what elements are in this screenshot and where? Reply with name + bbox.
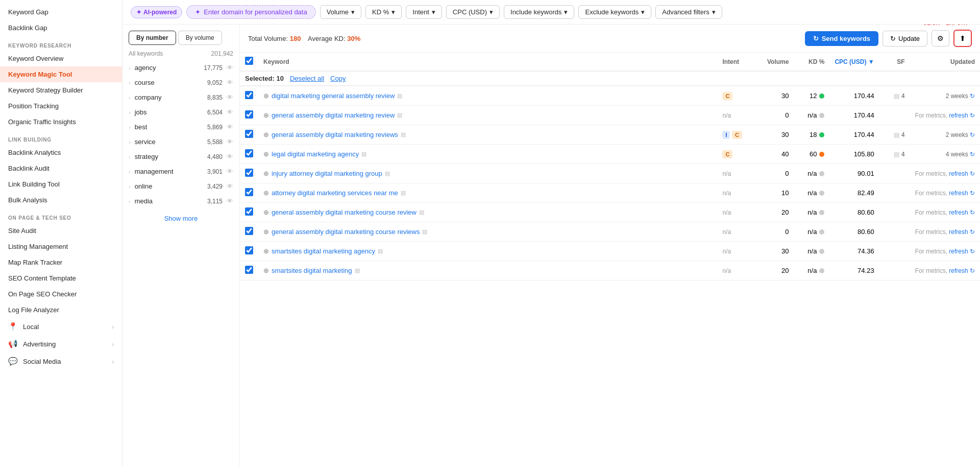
include-keywords-filter[interactable]: Include keywords ▾ — [504, 5, 574, 19]
refresh-link[interactable]: refresh — [949, 209, 968, 216]
sidebar-item-position-tracking[interactable]: Position Tracking — [0, 98, 122, 114]
sidebar-item-backlink-audit[interactable]: Backlink Audit — [0, 160, 122, 176]
select-all-checkbox[interactable] — [245, 57, 253, 65]
left-panel-item[interactable]: › strategy 4,480 👁 — [122, 149, 239, 164]
left-panel-item[interactable]: › agency 17,775 👁 — [122, 60, 239, 75]
cpc-filter[interactable]: CPC (USD) ▾ — [446, 5, 500, 19]
sidebar-item-keyword-overview[interactable]: Keyword Overview — [0, 51, 122, 66]
row-checkbox[interactable] — [245, 246, 253, 254]
left-panel-item[interactable]: › media 3,115 👁 — [122, 194, 239, 208]
kd-filter[interactable]: KD % ▾ — [365, 5, 402, 19]
refresh-icon[interactable]: ↻ — [970, 151, 975, 158]
keyword-link[interactable]: ⊕injury attorney digital marketing group… — [263, 170, 712, 177]
sidebar-item-map-rank-tracker[interactable]: Map Rank Tracker — [0, 254, 122, 270]
settings-button[interactable]: ⚙ — [932, 30, 949, 46]
refresh-icon[interactable]: ↻ — [970, 131, 975, 138]
left-panel-item[interactable]: › service 5,588 👁 — [122, 134, 239, 149]
keyword-link[interactable]: ⊕general assembly digital marketing revi… — [263, 131, 712, 138]
row-checkbox[interactable] — [245, 91, 253, 99]
refresh-link[interactable]: refresh — [949, 112, 968, 119]
keyword-link[interactable]: ⊕general assembly digital marketing revi… — [263, 111, 712, 119]
row-checkbox[interactable] — [245, 169, 253, 177]
tab-by-number[interactable]: By number — [129, 31, 176, 45]
copy-link[interactable]: Copy — [330, 75, 346, 82]
left-panel-item[interactable]: › company 8,835 👁 — [122, 90, 239, 105]
row-checkbox[interactable] — [245, 266, 253, 274]
keyword-link[interactable]: ⊕attorney digital marketing services nea… — [263, 189, 712, 197]
sidebar-group-social-media[interactable]: 💬 Social Media › — [0, 353, 122, 370]
row-checkbox[interactable] — [245, 188, 253, 196]
keyword-link[interactable]: ⊕general assembly digital marketing cour… — [263, 228, 712, 236]
ai-powered-badge[interactable]: ✦ AI-powered — [131, 6, 182, 18]
refresh-icon[interactable]: ↻ — [970, 228, 975, 236]
sidebar-group-local[interactable]: 📍 Local › — [0, 318, 122, 335]
refresh-link[interactable]: refresh — [949, 170, 968, 177]
sidebar-item-site-audit[interactable]: Site Audit — [0, 223, 122, 239]
refresh-icon[interactable]: ↻ — [970, 248, 975, 255]
sidebar-item-link-building-tool[interactable]: Link Building Tool — [0, 176, 122, 192]
row-checkbox[interactable] — [245, 110, 253, 119]
keyword-link[interactable]: ⊕smartsites digital marketing ▤ — [263, 267, 712, 274]
intent-badge: n/a — [722, 248, 731, 255]
advanced-filters-button[interactable]: Advanced filters ▾ — [655, 5, 722, 19]
eye-icon[interactable]: 👁 — [227, 64, 233, 72]
show-more-button[interactable]: Show more — [122, 208, 239, 228]
exclude-keywords-filter[interactable]: Exclude keywords ▾ — [578, 5, 651, 19]
eye-icon[interactable]: 👁 — [227, 123, 233, 131]
row-checkbox[interactable] — [245, 207, 253, 216]
refresh-link[interactable]: refresh — [949, 228, 968, 236]
refresh-link[interactable]: refresh — [949, 190, 968, 197]
eye-icon[interactable]: 👁 — [227, 79, 233, 86]
sidebar-item-seo-content-template[interactable]: SEO Content Template — [0, 270, 122, 286]
row-checkbox[interactable] — [245, 130, 253, 138]
left-panel-item[interactable]: › course 9,052 👁 — [122, 75, 239, 90]
tab-by-volume[interactable]: By volume — [178, 31, 222, 45]
left-panel-item[interactable]: › management 3,901 👁 — [122, 164, 239, 179]
sidebar-item-on-page-seo-checker[interactable]: On Page SEO Checker — [0, 286, 122, 302]
deselect-all-link[interactable]: Deselect all — [290, 75, 324, 82]
refresh-icon[interactable]: ↻ — [970, 267, 975, 274]
sidebar-group-advertising[interactable]: 📢 Advertising › — [0, 335, 122, 353]
keyword-link[interactable]: ⊕digital marketing general assembly revi… — [263, 92, 712, 100]
th-intent: Intent — [717, 53, 758, 71]
eye-icon[interactable]: 👁 — [227, 168, 233, 175]
row-checkbox[interactable] — [245, 149, 253, 157]
refresh-icon[interactable]: ↻ — [970, 209, 975, 216]
sidebar-item-keyword-magic-tool[interactable]: Keyword Magic Tool — [0, 66, 122, 82]
sidebar-item-keyword-gap[interactable]: Keyword Gap — [0, 4, 122, 20]
sidebar-item-organic-traffic-insights[interactable]: Organic Traffic Insights — [0, 114, 122, 130]
sidebar-item-log-file-analyzer[interactable]: Log File Analyzer — [0, 302, 122, 318]
left-panel-item[interactable]: › online 3,429 👁 — [122, 179, 239, 194]
left-panel-item[interactable]: › jobs 6,504 👁 — [122, 105, 239, 120]
sidebar-item-listing-management[interactable]: Listing Management — [0, 239, 122, 254]
refresh-icon[interactable]: ↻ — [970, 92, 975, 100]
domain-input-button[interactable]: ✦ Enter domain for personalized data — [186, 5, 315, 19]
refresh-link[interactable]: refresh — [949, 267, 968, 274]
volume-filter[interactable]: Volume ▾ — [320, 5, 361, 19]
left-panel-item[interactable]: › best 5,869 👁 — [122, 120, 239, 134]
eye-icon[interactable]: 👁 — [227, 108, 233, 116]
eye-icon[interactable]: 👁 — [227, 138, 233, 146]
eye-icon[interactable]: 👁 — [227, 94, 233, 101]
sidebar-item-backlink-gap[interactable]: Backlink Gap — [0, 20, 122, 36]
sidebar-item-keyword-strategy-builder[interactable]: Keyword Strategy Builder — [0, 82, 122, 98]
eye-icon[interactable]: 👁 — [227, 182, 233, 190]
keyword-link[interactable]: ⊕general assembly digital marketing cour… — [263, 208, 712, 216]
send-keywords-button[interactable]: ↻ Send keywords — [805, 31, 878, 46]
th-cpc[interactable]: CPC (USD) ▼ — [829, 53, 879, 71]
eye-icon[interactable]: 👁 — [227, 197, 233, 205]
refresh-icon[interactable]: ↻ — [970, 190, 975, 197]
export-button[interactable]: ⬆ — [953, 30, 972, 47]
keyword-link[interactable]: ⊕smartsites digital marketing agency ▤ — [263, 247, 712, 255]
eye-icon[interactable]: 👁 — [227, 153, 233, 160]
refresh-icon[interactable]: ↻ — [970, 170, 975, 177]
sidebar-item-backlink-analytics[interactable]: Backlink Analytics — [0, 145, 122, 160]
refresh-icon[interactable]: ↻ — [970, 112, 975, 119]
update-button[interactable]: ↻ Update — [883, 31, 927, 46]
sidebar-item-bulk-analysis[interactable]: Bulk Analysis — [0, 192, 122, 208]
keyword-link[interactable]: ⊕legal digital marketing agency ▤ — [263, 150, 712, 158]
refresh-link[interactable]: refresh — [949, 248, 968, 255]
intent-filter[interactable]: Intent ▾ — [406, 5, 442, 19]
table-row: ⊕general assembly digital marketing cour… — [240, 222, 980, 242]
row-checkbox[interactable] — [245, 227, 253, 235]
